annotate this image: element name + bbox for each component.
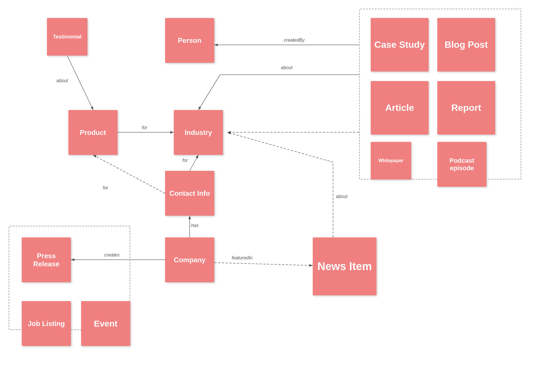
- node-company: Company: [165, 237, 214, 282]
- label-for-contact-product: for: [103, 185, 108, 190]
- node-article: Article: [371, 81, 429, 135]
- svg-line-12: [214, 263, 313, 265]
- node-report: Report: [437, 81, 495, 135]
- svg-line-2: [67, 56, 93, 110]
- label-has: has: [191, 223, 199, 228]
- svg-line-8: [190, 155, 198, 171]
- node-press-release: Press Release: [22, 237, 71, 282]
- node-industry: Industry: [174, 110, 223, 155]
- node-blog-post: Blog Post: [437, 18, 495, 72]
- node-event: Event: [81, 301, 130, 346]
- svg-line-4: [198, 75, 220, 110]
- node-podcast-episode: Podcast episode: [437, 142, 487, 187]
- label-featuredin: featuredIn: [232, 255, 253, 261]
- node-person: Person: [165, 18, 214, 63]
- node-case-study: Case Study: [371, 18, 429, 72]
- label-for-contact-industry: for: [182, 158, 188, 163]
- svg-line-14: [227, 132, 333, 162]
- node-job-listing: Job Listing: [22, 301, 71, 346]
- label-about-news: about: [336, 194, 348, 199]
- node-product: Product: [68, 110, 118, 155]
- label-for: for: [142, 125, 147, 130]
- node-testimonial: Testimonial: [47, 18, 87, 56]
- label-about-testimonial: about: [56, 78, 68, 83]
- node-whitepaper: Whitepaper: [371, 142, 411, 179]
- label-createdby: createdBy: [284, 38, 305, 43]
- node-news-item: News Item: [313, 237, 376, 295]
- label-about-right: about: [281, 65, 292, 70]
- diagram-container: about about for createdBy for for has cr…: [0, 0, 556, 392]
- node-contact-info: Contact Info: [165, 171, 214, 216]
